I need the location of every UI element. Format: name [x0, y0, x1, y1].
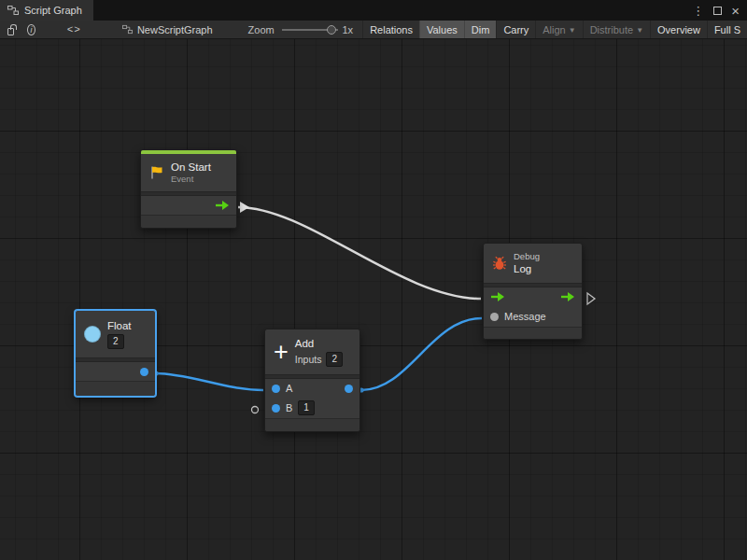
float-type-icon [84, 326, 101, 343]
distribute-label: Distribute [590, 24, 633, 35]
zoom-value: 1x [343, 24, 354, 35]
flow-output-port[interactable] [215, 200, 230, 211]
bug-icon [492, 256, 507, 271]
node-title: Float [107, 319, 132, 332]
zoom-label: Zoom [248, 24, 275, 35]
node-title: Log [514, 262, 540, 275]
code-icon[interactable]: <> [67, 24, 81, 35]
wire-add-to-log-message[interactable] [361, 318, 482, 390]
zoom-slider[interactable] [282, 24, 338, 35]
wire-onstart-to-log[interactable] [238, 207, 481, 299]
fullscreen-button[interactable]: Full S [707, 21, 747, 38]
unity-script-graph-window: Script Graph ⋮ × i <> NewScriptGraph Zoo… [0, 0, 747, 560]
add-input-b-port[interactable] [272, 404, 280, 413]
inputs-label: Inputs [295, 354, 322, 366]
log-output-socket[interactable] [587, 293, 595, 304]
tab-bar: Script Graph ⋮ × [0, 0, 747, 21]
relations-label: Relations [370, 24, 413, 35]
chevron-down-icon: ▼ [636, 26, 643, 35]
flow-output-port[interactable] [560, 291, 575, 302]
tab-script-graph[interactable]: Script Graph [0, 0, 93, 21]
node-on-start-event[interactable]: On Start Event [140, 149, 237, 229]
carry-label: Carry [503, 24, 529, 35]
tab-title: Script Graph [24, 5, 82, 16]
align-button: Align▼ [535, 21, 582, 38]
plus-icon: + [274, 341, 289, 363]
graph-name[interactable]: NewScriptGraph [122, 24, 213, 35]
kebab-menu-icon[interactable]: ⋮ [692, 5, 704, 17]
distribute-button: Distribute▼ [583, 21, 650, 38]
node-debug-log[interactable]: Debug Log Message [483, 243, 583, 340]
node-add[interactable]: + Add Inputs 2 A B 1 [264, 329, 360, 432]
message-port-label: Message [504, 311, 546, 322]
values-button[interactable]: Values [419, 21, 464, 38]
node-footer [484, 327, 582, 339]
add-output-port[interactable] [345, 385, 353, 393]
float-output-port[interactable] [140, 368, 148, 376]
overview-label: Overview [657, 24, 700, 35]
add-input-a-label: A [286, 383, 292, 394]
node-footer [141, 215, 236, 228]
lock-icon[interactable] [7, 28, 14, 35]
overview-button[interactable]: Overview [650, 21, 707, 38]
node-float-literal[interactable]: Float 2 [75, 310, 156, 397]
wire-float-to-add-a[interactable] [156, 373, 263, 390]
values-label: Values [427, 24, 458, 35]
wire-start-arrow-icon [240, 202, 249, 213]
dim-label: Dim [472, 24, 490, 35]
add-input-a-port[interactable] [272, 385, 280, 393]
info-icon[interactable]: i [27, 24, 35, 35]
inputs-count-field[interactable]: 2 [326, 352, 343, 367]
flag-icon [149, 165, 164, 180]
add-b-value-field[interactable]: 1 [298, 400, 315, 415]
close-icon[interactable]: × [731, 4, 740, 18]
node-type-label: Debug [514, 251, 540, 262]
node-title: On Start [171, 161, 211, 174]
align-label: Align [543, 24, 565, 35]
node-title: Add [295, 337, 343, 350]
carry-button[interactable]: Carry [496, 21, 535, 38]
dim-button[interactable]: Dim [464, 21, 497, 38]
fullscreen-label: Full S [714, 24, 740, 35]
message-input-port[interactable] [490, 313, 499, 321]
relations-button[interactable]: Relations [362, 21, 419, 38]
chevron-down-icon: ▼ [569, 26, 576, 35]
graph-toolbar: i <> NewScriptGraph Zoom 1x Relations Va… [0, 21, 747, 39]
maximize-icon[interactable] [713, 7, 722, 15]
float-value-field[interactable]: 2 [107, 334, 124, 349]
script-graph-icon [7, 5, 19, 16]
node-footer [76, 381, 155, 396]
node-footer [265, 418, 359, 431]
add-input-b-label: B [286, 402, 292, 413]
graph-asset-icon [122, 24, 133, 35]
node-subtitle: Event [171, 174, 211, 185]
add-b-input-socket[interactable] [252, 407, 259, 413]
toolbar-buttons: Relations Values Dim Carry Align▼ Distri… [362, 21, 747, 38]
zoom-knob[interactable] [327, 25, 336, 35]
graph-name-label: NewScriptGraph [137, 24, 213, 35]
graph-canvas[interactable]: On Start Event [0, 39, 747, 560]
wires-layer [0, 39, 747, 560]
flow-input-port[interactable] [490, 291, 505, 302]
